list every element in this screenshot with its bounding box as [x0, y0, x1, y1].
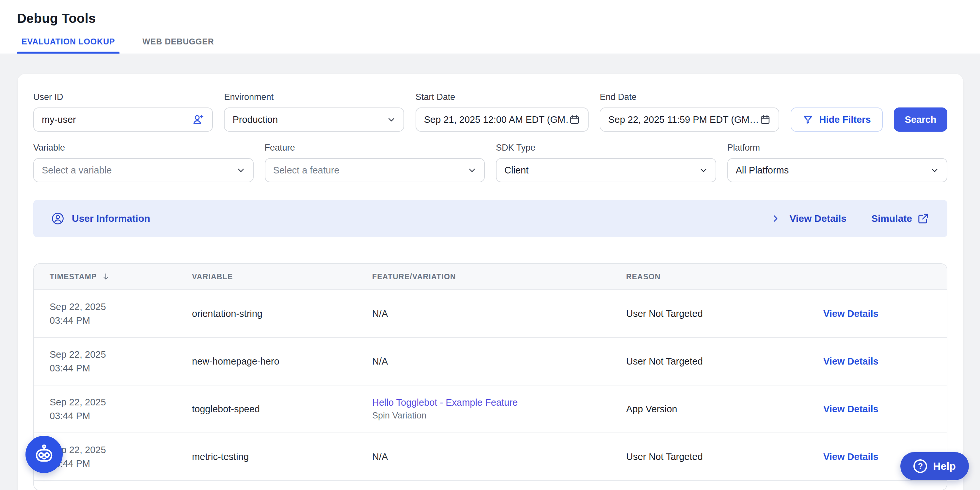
calendar-icon[interactable]	[569, 114, 580, 125]
chevron-down-icon	[237, 166, 245, 174]
question-circle-icon: ?	[913, 459, 927, 473]
user-circle-icon	[51, 212, 65, 225]
variable-cell: new-homepage-hero	[192, 356, 372, 367]
variable-label: Variable	[33, 143, 254, 153]
view-details-link[interactable]: View Details	[823, 308, 878, 319]
external-link-icon	[917, 213, 929, 224]
sdk-type-value: Client	[504, 165, 699, 176]
user-id-input[interactable]: my-user	[33, 107, 213, 132]
platform-label: Platform	[727, 143, 948, 153]
timestamp-cell: Sep 22, 2025 03:44 PM	[49, 443, 192, 471]
hide-filters-label: Hide Filters	[819, 114, 871, 125]
reason-cell: User Not Targeted	[626, 356, 823, 367]
chevron-down-icon	[699, 166, 708, 174]
table-row: Sep 22, 2025 03:44 PM new-homepage-hero …	[34, 338, 947, 385]
start-date-label: Start Date	[415, 92, 589, 102]
app-header: Debug Tools EVALUATION LOOKUP WEB DEBUGG…	[0, 0, 980, 54]
simulate-link[interactable]: Simulate	[871, 213, 929, 224]
timestamp-cell: Sep 22, 2025 03:44 PM	[49, 348, 192, 375]
sort-desc-arrow-icon	[102, 273, 110, 281]
environment-select[interactable]: Production	[224, 107, 404, 132]
column-header-reason[interactable]: REASON	[626, 273, 823, 281]
user-id-value: my-user	[42, 114, 192, 125]
chevron-down-icon	[468, 166, 476, 174]
help-button[interactable]: ? Help	[900, 452, 969, 480]
chevron-down-icon	[931, 166, 939, 174]
table-header-row: TIMESTAMP VARIABLE FEATURE/VARIATION REA…	[34, 264, 947, 290]
feature-label: Feature	[265, 143, 485, 153]
feature-link[interactable]: Hello Togglebot - Example Feature	[372, 397, 626, 408]
tab-evaluation-lookup[interactable]: EVALUATION LOOKUP	[21, 37, 116, 54]
variable-placeholder: Select a variable	[42, 165, 237, 176]
end-date-label: End Date	[600, 92, 779, 102]
end-date-input[interactable]: Sep 22, 2025 11:59 PM EDT (GM…	[600, 107, 779, 132]
filter-funnel-icon	[802, 114, 813, 125]
variation-label: Spin Variation	[372, 411, 626, 421]
feature-cell: N/A	[372, 452, 626, 462]
variable-cell: togglebot-speed	[192, 404, 372, 415]
robot-icon	[33, 443, 55, 466]
chevron-down-icon	[387, 115, 396, 124]
reason-cell: User Not Targeted	[626, 452, 823, 462]
variable-select[interactable]: Select a variable	[33, 158, 254, 182]
feature-cell: Hello Togglebot - Example Feature Spin V…	[372, 397, 626, 421]
page-title: Debug Tools	[17, 11, 95, 26]
calendar-icon[interactable]	[760, 114, 771, 125]
column-header-feature-variation[interactable]: FEATURE/VARIATION	[372, 273, 626, 281]
column-header-timestamp[interactable]: TIMESTAMP	[49, 273, 192, 281]
search-button-label: Search	[905, 114, 937, 125]
reason-cell: App Version	[626, 404, 823, 415]
platform-select[interactable]: All Platforms	[727, 158, 948, 182]
togglebot-assistant-button[interactable]	[25, 436, 63, 473]
start-date-value: Sep 21, 2025 12:00 AM EDT (GM…	[424, 114, 569, 125]
tab-web-debugger[interactable]: WEB DEBUGGER	[142, 37, 215, 54]
user-info-view-details-link[interactable]: View Details	[789, 213, 846, 224]
variable-cell: metric-testing	[192, 452, 372, 462]
feature-placeholder: Select a feature	[273, 165, 468, 176]
environment-label: Environment	[224, 92, 404, 102]
feature-cell: N/A	[372, 356, 626, 367]
environment-value: Production	[232, 114, 387, 125]
platform-value: All Platforms	[736, 165, 931, 176]
search-button[interactable]: Search	[894, 107, 947, 132]
table-row: Sep 22, 2025 03:44 PM togglebot-speed He…	[34, 385, 947, 433]
evaluations-table: TIMESTAMP VARIABLE FEATURE/VARIATION REA…	[33, 263, 947, 490]
view-details-link[interactable]: View Details	[823, 452, 878, 462]
variable-cell: orientation-string	[192, 308, 372, 319]
user-information-bar[interactable]: User Information View Details Simulate	[33, 200, 947, 237]
debug-tools-page: Debug Tools EVALUATION LOOKUP WEB DEBUGG…	[0, 0, 980, 490]
reason-cell: User Not Targeted	[626, 308, 823, 319]
evaluation-lookup-panel: User ID my-user Environment Productio	[18, 74, 963, 490]
simulate-label: Simulate	[871, 213, 912, 224]
table-row	[34, 481, 947, 490]
chevron-right-icon[interactable]	[770, 214, 780, 223]
end-date-value: Sep 22, 2025 11:59 PM EDT (GM…	[608, 114, 760, 125]
timestamp-cell: Sep 22, 2025 03:44 PM	[49, 395, 192, 423]
person-add-icon[interactable]	[192, 113, 204, 126]
feature-cell: N/A	[372, 308, 626, 319]
user-id-label: User ID	[33, 92, 213, 102]
tab-bar: EVALUATION LOOKUP WEB DEBUGGER	[21, 37, 215, 54]
timestamp-cell: Sep 22, 2025 03:44 PM	[49, 300, 192, 327]
feature-select[interactable]: Select a feature	[265, 158, 485, 182]
help-button-label: Help	[933, 460, 956, 472]
view-details-link[interactable]: View Details	[823, 404, 878, 414]
sdk-type-label: SDK Type	[496, 143, 716, 153]
table-row: Sep 22, 2025 03:44 PM orientation-string…	[34, 290, 947, 338]
table-row: Sep 22, 2025 03:44 PM metric-testing N/A…	[34, 433, 947, 481]
user-information-title: User Information	[72, 213, 150, 224]
start-date-input[interactable]: Sep 21, 2025 12:00 AM EDT (GM…	[415, 107, 589, 132]
filter-row-2: Variable Select a variable Feature Selec…	[33, 143, 947, 182]
view-details-link[interactable]: View Details	[823, 356, 878, 367]
filter-row-1: User ID my-user Environment Productio	[33, 92, 947, 132]
hide-filters-button[interactable]: Hide Filters	[791, 107, 883, 132]
column-header-variable[interactable]: VARIABLE	[192, 273, 372, 281]
sdk-type-select[interactable]: Client	[496, 158, 716, 182]
